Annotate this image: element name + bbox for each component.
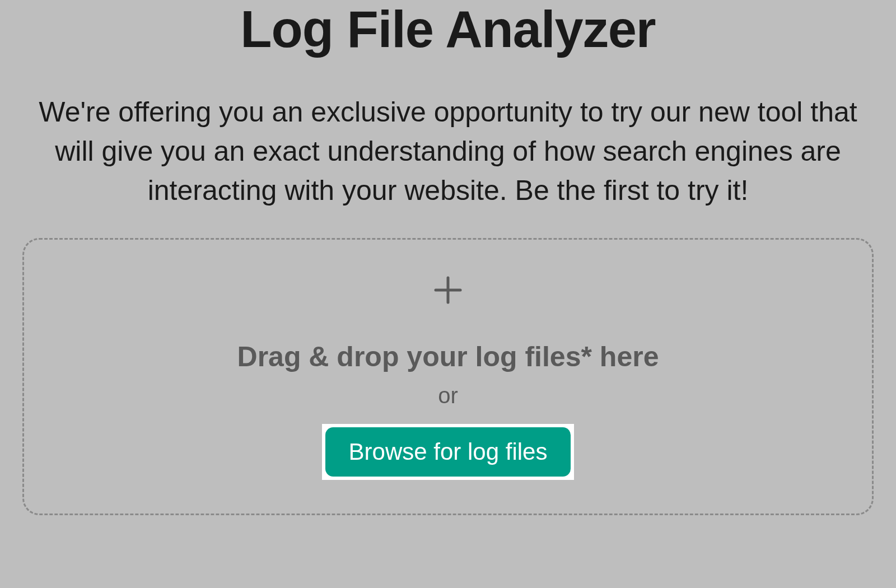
file-dropzone[interactable]: Drag & drop your log files* here or Brow… <box>22 238 874 515</box>
dropzone-or-text: or <box>438 383 458 408</box>
browse-files-button[interactable]: Browse for log files <box>325 427 571 477</box>
plus-icon <box>431 273 465 307</box>
page-title: Log File Analyzer <box>17 0 879 59</box>
dropzone-main-text: Drag & drop your log files* here <box>237 340 659 373</box>
main-container: Log File Analyzer We're offering you an … <box>0 0 896 515</box>
browse-button-highlight: Browse for log files <box>322 424 575 480</box>
page-description: We're offering you an exclusive opportun… <box>17 92 879 210</box>
